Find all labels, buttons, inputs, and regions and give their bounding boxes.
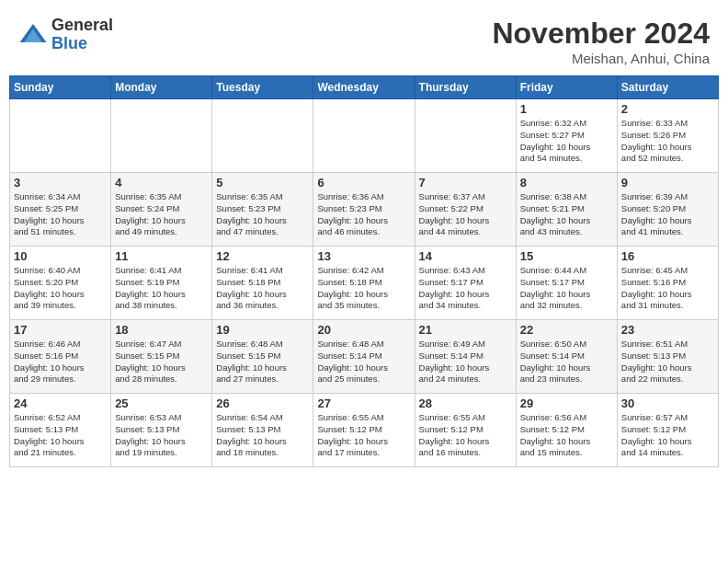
calendar-cell: 17Sunrise: 6:46 AM Sunset: 5:16 PM Dayli… bbox=[10, 320, 111, 394]
logo-blue-text: Blue bbox=[51, 35, 113, 53]
day-number: 3 bbox=[14, 176, 107, 190]
day-info: Sunrise: 6:43 AM Sunset: 5:17 PM Dayligh… bbox=[419, 265, 512, 312]
calendar-cell: 23Sunrise: 6:51 AM Sunset: 5:13 PM Dayli… bbox=[617, 320, 718, 394]
day-info: Sunrise: 6:53 AM Sunset: 5:13 PM Dayligh… bbox=[115, 412, 208, 459]
day-number: 24 bbox=[14, 396, 107, 410]
day-number: 23 bbox=[621, 323, 714, 337]
day-number: 12 bbox=[216, 249, 309, 263]
day-info: Sunrise: 6:32 AM Sunset: 5:27 PM Dayligh… bbox=[520, 118, 613, 165]
calendar-week-row: 1Sunrise: 6:32 AM Sunset: 5:27 PM Daylig… bbox=[10, 99, 719, 173]
calendar-week-row: 17Sunrise: 6:46 AM Sunset: 5:16 PM Dayli… bbox=[10, 320, 719, 394]
calendar-cell: 25Sunrise: 6:53 AM Sunset: 5:13 PM Dayli… bbox=[111, 394, 212, 467]
weekday-header: Saturday bbox=[617, 76, 718, 99]
day-info: Sunrise: 6:39 AM Sunset: 5:20 PM Dayligh… bbox=[621, 191, 714, 238]
calendar-cell: 24Sunrise: 6:52 AM Sunset: 5:13 PM Dayli… bbox=[10, 394, 111, 467]
calendar-cell: 14Sunrise: 6:43 AM Sunset: 5:17 PM Dayli… bbox=[415, 247, 516, 320]
day-info: Sunrise: 6:44 AM Sunset: 5:17 PM Dayligh… bbox=[520, 265, 613, 312]
day-info: Sunrise: 6:55 AM Sunset: 5:12 PM Dayligh… bbox=[317, 412, 410, 459]
calendar-cell: 8Sunrise: 6:38 AM Sunset: 5:21 PM Daylig… bbox=[516, 173, 617, 247]
day-number: 11 bbox=[115, 249, 208, 263]
day-number: 26 bbox=[216, 396, 309, 410]
day-info: Sunrise: 6:42 AM Sunset: 5:18 PM Dayligh… bbox=[317, 265, 410, 312]
calendar-table: SundayMondayTuesdayWednesdayThursdayFrid… bbox=[9, 75, 719, 467]
calendar-cell bbox=[313, 99, 415, 173]
day-info: Sunrise: 6:35 AM Sunset: 5:23 PM Dayligh… bbox=[216, 191, 309, 238]
calendar-week-row: 10Sunrise: 6:40 AM Sunset: 5:20 PM Dayli… bbox=[10, 247, 719, 320]
weekday-header-row: SundayMondayTuesdayWednesdayThursdayFrid… bbox=[10, 76, 719, 99]
weekday-header: Sunday bbox=[10, 76, 111, 99]
calendar-cell: 2Sunrise: 6:33 AM Sunset: 5:26 PM Daylig… bbox=[617, 99, 718, 173]
weekday-header: Wednesday bbox=[313, 76, 415, 99]
weekday-header: Thursday bbox=[415, 76, 516, 99]
day-number: 1 bbox=[520, 102, 613, 116]
day-number: 14 bbox=[419, 249, 512, 263]
day-number: 18 bbox=[115, 323, 208, 337]
location-text: Meishan, Anhui, China bbox=[492, 51, 710, 66]
calendar-cell: 21Sunrise: 6:49 AM Sunset: 5:14 PM Dayli… bbox=[415, 320, 516, 394]
day-number: 20 bbox=[317, 323, 410, 337]
weekday-header: Friday bbox=[516, 76, 617, 99]
day-info: Sunrise: 6:57 AM Sunset: 5:12 PM Dayligh… bbox=[621, 412, 714, 459]
day-info: Sunrise: 6:36 AM Sunset: 5:23 PM Dayligh… bbox=[317, 191, 410, 238]
calendar-cell: 26Sunrise: 6:54 AM Sunset: 5:13 PM Dayli… bbox=[212, 394, 313, 467]
month-title: November 2024 bbox=[492, 17, 710, 51]
day-number: 6 bbox=[317, 176, 410, 190]
day-info: Sunrise: 6:41 AM Sunset: 5:19 PM Dayligh… bbox=[115, 265, 208, 312]
day-number: 30 bbox=[621, 396, 714, 410]
day-info: Sunrise: 6:54 AM Sunset: 5:13 PM Dayligh… bbox=[216, 412, 309, 459]
day-info: Sunrise: 6:37 AM Sunset: 5:22 PM Dayligh… bbox=[419, 191, 512, 238]
calendar-week-row: 24Sunrise: 6:52 AM Sunset: 5:13 PM Dayli… bbox=[10, 394, 719, 467]
calendar-cell: 16Sunrise: 6:45 AM Sunset: 5:16 PM Dayli… bbox=[617, 247, 718, 320]
day-info: Sunrise: 6:46 AM Sunset: 5:16 PM Dayligh… bbox=[14, 339, 107, 385]
day-number: 7 bbox=[419, 176, 512, 190]
day-number: 22 bbox=[520, 323, 613, 337]
calendar-cell: 20Sunrise: 6:48 AM Sunset: 5:14 PM Dayli… bbox=[313, 320, 415, 394]
day-number: 4 bbox=[115, 176, 208, 190]
calendar-cell: 3Sunrise: 6:34 AM Sunset: 5:25 PM Daylig… bbox=[10, 173, 111, 247]
day-number: 17 bbox=[14, 323, 107, 337]
calendar-cell: 10Sunrise: 6:40 AM Sunset: 5:20 PM Dayli… bbox=[10, 247, 111, 320]
day-number: 29 bbox=[520, 396, 613, 410]
calendar-cell: 19Sunrise: 6:48 AM Sunset: 5:15 PM Dayli… bbox=[212, 320, 313, 394]
day-info: Sunrise: 6:52 AM Sunset: 5:13 PM Dayligh… bbox=[14, 412, 107, 459]
day-info: Sunrise: 6:38 AM Sunset: 5:21 PM Dayligh… bbox=[520, 191, 613, 238]
day-number: 13 bbox=[317, 249, 410, 263]
day-number: 2 bbox=[621, 102, 714, 116]
logo-general-text: General bbox=[51, 17, 113, 35]
day-info: Sunrise: 6:51 AM Sunset: 5:13 PM Dayligh… bbox=[621, 339, 714, 385]
calendar-cell: 4Sunrise: 6:35 AM Sunset: 5:24 PM Daylig… bbox=[111, 173, 212, 247]
day-info: Sunrise: 6:45 AM Sunset: 5:16 PM Dayligh… bbox=[621, 265, 714, 312]
day-info: Sunrise: 6:33 AM Sunset: 5:26 PM Dayligh… bbox=[621, 118, 714, 165]
day-number: 10 bbox=[14, 249, 107, 263]
day-info: Sunrise: 6:47 AM Sunset: 5:15 PM Dayligh… bbox=[115, 339, 208, 385]
calendar-cell: 15Sunrise: 6:44 AM Sunset: 5:17 PM Dayli… bbox=[516, 247, 617, 320]
calendar-cell: 30Sunrise: 6:57 AM Sunset: 5:12 PM Dayli… bbox=[617, 394, 718, 467]
calendar-cell: 6Sunrise: 6:36 AM Sunset: 5:23 PM Daylig… bbox=[313, 173, 415, 247]
calendar-cell: 12Sunrise: 6:41 AM Sunset: 5:18 PM Dayli… bbox=[212, 247, 313, 320]
day-info: Sunrise: 6:55 AM Sunset: 5:12 PM Dayligh… bbox=[419, 412, 512, 459]
day-number: 5 bbox=[216, 176, 309, 190]
page-header: General Blue November 2024 Meishan, Anhu… bbox=[9, 9, 719, 72]
calendar-week-row: 3Sunrise: 6:34 AM Sunset: 5:25 PM Daylig… bbox=[10, 173, 719, 247]
calendar-cell: 1Sunrise: 6:32 AM Sunset: 5:27 PM Daylig… bbox=[516, 99, 617, 173]
logo-icon bbox=[18, 20, 48, 50]
calendar-cell: 27Sunrise: 6:55 AM Sunset: 5:12 PM Dayli… bbox=[313, 394, 415, 467]
calendar-cell: 9Sunrise: 6:39 AM Sunset: 5:20 PM Daylig… bbox=[617, 173, 718, 247]
day-info: Sunrise: 6:49 AM Sunset: 5:14 PM Dayligh… bbox=[419, 339, 512, 385]
calendar-cell: 29Sunrise: 6:56 AM Sunset: 5:12 PM Dayli… bbox=[516, 394, 617, 467]
weekday-header: Monday bbox=[111, 76, 212, 99]
day-number: 27 bbox=[317, 396, 410, 410]
weekday-header: Tuesday bbox=[212, 76, 313, 99]
calendar-cell bbox=[10, 99, 111, 173]
day-info: Sunrise: 6:48 AM Sunset: 5:14 PM Dayligh… bbox=[317, 339, 410, 385]
calendar-cell bbox=[415, 99, 516, 173]
day-number: 19 bbox=[216, 323, 309, 337]
day-info: Sunrise: 6:50 AM Sunset: 5:14 PM Dayligh… bbox=[520, 339, 613, 385]
title-block: November 2024 Meishan, Anhui, China bbox=[492, 17, 710, 66]
calendar-cell: 22Sunrise: 6:50 AM Sunset: 5:14 PM Dayli… bbox=[516, 320, 617, 394]
day-info: Sunrise: 6:41 AM Sunset: 5:18 PM Dayligh… bbox=[216, 265, 309, 312]
calendar-cell bbox=[212, 99, 313, 173]
day-number: 15 bbox=[520, 249, 613, 263]
calendar-cell: 5Sunrise: 6:35 AM Sunset: 5:23 PM Daylig… bbox=[212, 173, 313, 247]
calendar-cell: 13Sunrise: 6:42 AM Sunset: 5:18 PM Dayli… bbox=[313, 247, 415, 320]
